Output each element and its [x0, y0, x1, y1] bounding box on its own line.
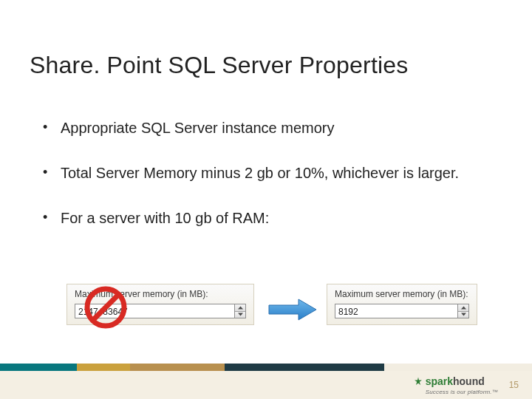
bullet-item: For a server with 10 gb of RAM:	[40, 208, 483, 228]
footer-color-bar	[0, 364, 532, 371]
color-segment	[130, 364, 225, 371]
color-segment	[225, 364, 384, 371]
spark-icon	[414, 377, 423, 386]
memory-label-before: Maximum server memory (in MB):	[75, 289, 246, 299]
svg-marker-4	[269, 299, 316, 320]
chevron-up-icon[interactable]	[235, 304, 245, 312]
slide: Share. Point SQL Server Properties Appro…	[0, 0, 532, 399]
brand-logo: sparkhound Success is our platform.™	[414, 375, 498, 395]
spinner-before[interactable]	[235, 304, 246, 318]
color-segment	[384, 364, 532, 371]
memory-box-before: Maximum server memory (in MB): 214748364…	[66, 284, 254, 325]
memory-input-row: 2147483647	[75, 304, 246, 318]
spinner-after[interactable]	[458, 304, 469, 318]
brand-tagline: Success is our platform.™	[426, 389, 498, 395]
svg-marker-7	[415, 378, 422, 386]
color-segment	[0, 364, 77, 371]
memory-input-before[interactable]: 2147483647	[75, 304, 235, 318]
chevron-down-icon[interactable]	[235, 312, 245, 318]
memory-label-after: Maximum server memory (in MB):	[335, 289, 469, 299]
brand-spark: spark	[426, 375, 453, 387]
memory-box-after: Maximum server memory (in MB): 8192	[327, 284, 477, 325]
bullet-list: Appropriate SQL Server instance memory T…	[40, 118, 483, 253]
svg-marker-1	[238, 313, 243, 316]
bullet-item: Appropriate SQL Server instance memory	[40, 118, 483, 138]
arrow-right-icon	[267, 297, 318, 322]
page-title: Share. Point SQL Server Properties	[30, 52, 409, 79]
brand-hound: hound	[453, 375, 485, 387]
brand-name: sparkhound	[426, 375, 485, 388]
svg-marker-0	[238, 306, 243, 309]
chevron-down-icon[interactable]	[458, 312, 468, 318]
color-segment	[77, 364, 130, 371]
bullet-item: Total Server Memory minus 2 gb or 10%, w…	[40, 163, 483, 183]
page-number: 15	[505, 380, 519, 390]
memory-input-after[interactable]: 8192	[335, 304, 458, 318]
memory-comparison: Maximum server memory (in MB): 214748364…	[66, 284, 495, 335]
svg-marker-6	[461, 313, 466, 316]
svg-marker-5	[461, 306, 466, 309]
footer: sparkhound Success is our platform.™ 15	[0, 371, 532, 399]
chevron-up-icon[interactable]	[458, 304, 468, 312]
memory-input-row: 8192	[335, 304, 469, 318]
